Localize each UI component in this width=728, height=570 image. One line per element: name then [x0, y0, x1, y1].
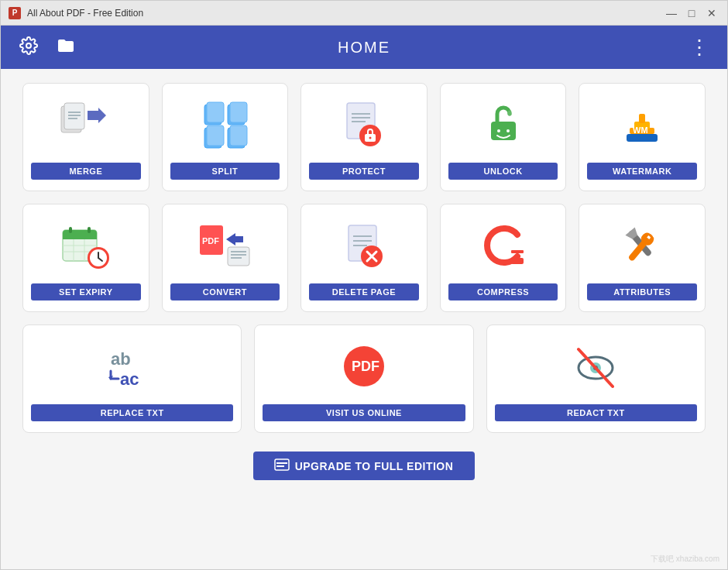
svg-rect-30: [63, 236, 97, 239]
watermark-label: WATERMARK: [587, 163, 697, 180]
attributes-icon: [587, 215, 697, 276]
folder-button[interactable]: [50, 32, 81, 63]
svg-point-22: [507, 129, 510, 132]
card-grid-1: MERGE SPLIT: [22, 83, 706, 191]
svg-rect-54: [511, 258, 524, 264]
attributes-card[interactable]: ATTRIBUTES: [579, 204, 706, 312]
redact-txt-card[interactable]: REDACT TXT: [486, 324, 706, 433]
set-expiry-card[interactable]: SET EXPIRY: [22, 204, 149, 312]
upgrade-icon: [275, 459, 289, 472]
card-grid-2: SET EXPIRY PDF CONVERT: [22, 204, 706, 312]
app-title: All About PDF - Free Edition: [27, 8, 664, 19]
upgrade-button[interactable]: UPGRADE TO FULL EDITION: [253, 452, 476, 480]
svg-rect-69: [276, 462, 287, 464]
main-content: MERGE SPLIT: [1, 69, 727, 570]
svg-rect-36: [88, 227, 91, 233]
svg-text:PDF: PDF: [202, 236, 219, 246]
svg-rect-43: [228, 247, 249, 266]
svg-rect-10: [207, 125, 224, 146]
svg-text:PDF: PDF: [352, 359, 379, 374]
svg-line-67: [579, 349, 613, 386]
window-controls: — □ ✕: [664, 5, 719, 21]
svg-rect-26: [627, 134, 658, 142]
page-title: HOME: [338, 39, 390, 57]
protect-icon: [309, 94, 419, 155]
merge-card[interactable]: MERGE: [22, 83, 149, 191]
merge-label: MERGE: [31, 163, 141, 180]
maximize-button[interactable]: □: [684, 5, 699, 21]
delete-page-icon: [309, 215, 419, 276]
delete-page-card[interactable]: DELETE PAGE: [300, 204, 428, 312]
compress-label: COMPRESS: [448, 283, 558, 300]
svg-rect-6: [207, 102, 224, 122]
svg-point-19: [369, 137, 371, 139]
title-bar: P All About PDF - Free Edition — □ ✕: [1, 1, 727, 26]
expiry-icon: [31, 215, 141, 276]
compress-card[interactable]: COMPRESS: [440, 204, 567, 312]
compress-icon: [448, 215, 558, 276]
svg-rect-1: [64, 103, 84, 129]
unlock-label: UNLOCK: [448, 163, 558, 180]
convert-icon: PDF: [170, 215, 280, 276]
svg-text:WM: WM: [633, 125, 648, 135]
watermark-card[interactable]: WM WATERMARK: [579, 83, 706, 191]
split-card[interactable]: SPLIT: [162, 83, 289, 191]
more-icon: ⋮: [689, 36, 710, 60]
split-label: SPLIT: [170, 163, 280, 180]
convert-label: CONVERT: [170, 283, 280, 300]
more-menu-button[interactable]: ⋮: [684, 32, 715, 63]
upgrade-label: UPGRADE TO FULL EDITION: [295, 460, 454, 472]
split-icon: [170, 94, 280, 155]
settings-button[interactable]: [13, 32, 44, 63]
visit-online-label: VISIT US ONLINE: [263, 404, 465, 421]
header: HOME ⋮: [1, 26, 727, 69]
svg-rect-25: [639, 114, 645, 123]
visit-online-card[interactable]: PDF VISIT US ONLINE: [254, 324, 473, 433]
protect-label: PROTECT: [309, 163, 419, 180]
svg-rect-55: [511, 250, 524, 253]
redact-txt-icon: [495, 336, 697, 397]
svg-rect-68: [275, 459, 289, 470]
unlock-icon: [448, 94, 558, 155]
svg-text:ac: ac: [120, 369, 139, 389]
attributes-label: ATTRIBUTES: [587, 283, 697, 300]
unlock-card[interactable]: UNLOCK: [440, 83, 567, 191]
svg-rect-12: [230, 125, 247, 146]
convert-card[interactable]: PDF CONVERT: [162, 204, 289, 312]
set-expiry-label: SET EXPIRY: [31, 283, 141, 300]
replace-txt-card[interactable]: ab ac REPLACE TXT: [22, 324, 242, 433]
protect-card[interactable]: PROTECT: [300, 83, 428, 191]
bottom-bar: UPGRADE TO FULL EDITION: [22, 445, 706, 483]
app-icon: P: [9, 7, 21, 19]
card-grid-3: ab ac REPLACE TXT PDF VISIT US ONLINE: [22, 324, 706, 433]
visit-online-icon: PDF: [263, 336, 465, 397]
svg-rect-35: [69, 227, 72, 233]
replace-txt-label: REPLACE TXT: [31, 404, 233, 421]
svg-rect-8: [230, 102, 247, 122]
redact-txt-label: REDACT TXT: [495, 404, 697, 421]
folder-icon: [57, 36, 75, 59]
watermark-icon: WM: [587, 94, 697, 155]
delete-page-label: DELETE PAGE: [309, 283, 419, 300]
close-button[interactable]: ✕: [704, 5, 719, 21]
svg-point-21: [497, 129, 500, 132]
replace-txt-icon: ab ac: [31, 336, 233, 397]
svg-text:ab: ab: [111, 349, 131, 369]
settings-icon: [19, 36, 38, 59]
watermark-text: 下载吧 xhaziba.com: [651, 554, 719, 565]
svg-rect-70: [276, 465, 284, 467]
merge-icon: [31, 94, 141, 155]
minimize-button[interactable]: —: [664, 5, 679, 21]
